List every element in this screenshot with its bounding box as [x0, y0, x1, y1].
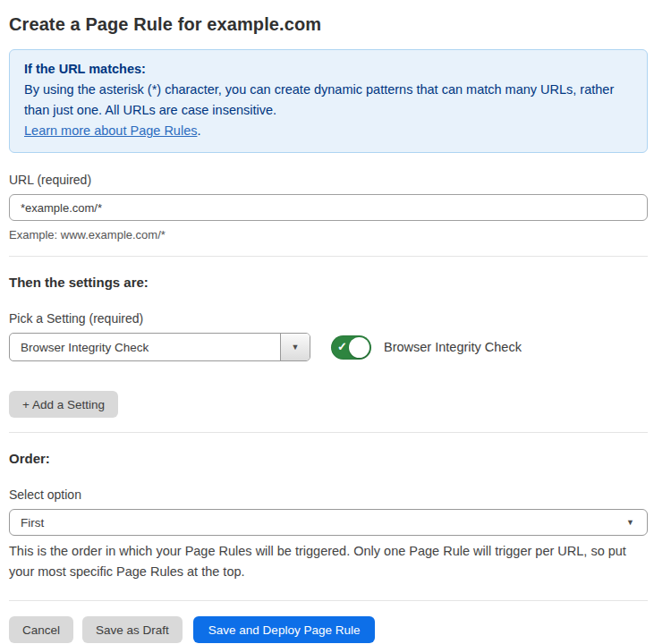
save-draft-button[interactable]: Save as Draft	[82, 616, 183, 643]
url-helper-text: Example: www.example.com/*	[9, 228, 648, 242]
setting-select-value: Browser Integrity Check	[10, 334, 280, 360]
info-box-body: By using the asterisk (*) character, you…	[24, 80, 633, 121]
page-title: Create a Page Rule for example.com	[9, 14, 648, 35]
order-select[interactable]: First ▼	[9, 509, 648, 536]
setting-toggle[interactable]: ✓	[331, 335, 371, 360]
order-helper-text: This is the order in which your Page Rul…	[9, 541, 648, 582]
setting-row: Browser Integrity Check ▼ ✓ Browser Inte…	[9, 333, 648, 361]
setting-select[interactable]: Browser Integrity Check ▼	[9, 333, 310, 361]
footer-actions: Cancel Save as Draft Save and Deploy Pag…	[9, 616, 648, 643]
url-input[interactable]	[9, 194, 648, 221]
divider	[9, 256, 648, 257]
create-page-rule-form: Create a Page Rule for example.com If th…	[0, 0, 664, 643]
pick-setting-label: Pick a Setting (required)	[9, 311, 648, 326]
add-setting-button[interactable]: + Add a Setting	[9, 391, 118, 418]
order-section-heading: Order:	[9, 451, 648, 466]
divider	[9, 432, 648, 433]
dropdown-arrow-icon: ▼	[626, 518, 634, 527]
learn-more-link[interactable]: Learn more about Page Rules	[24, 123, 197, 138]
order-select-value: First	[21, 516, 44, 530]
check-icon: ✓	[337, 341, 347, 352]
url-matches-info-box: If the URL matches: By using the asteris…	[9, 49, 648, 153]
cancel-button[interactable]: Cancel	[9, 616, 73, 643]
link-suffix: .	[197, 123, 200, 138]
dropdown-arrow-icon[interactable]: ▼	[280, 334, 310, 360]
save-deploy-button[interactable]: Save and Deploy Page Rule	[193, 616, 376, 643]
toggle-label: Browser Integrity Check	[384, 340, 522, 354]
url-label: URL (required)	[9, 173, 648, 187]
info-box-heading: If the URL matches:	[24, 59, 633, 80]
divider	[9, 600, 648, 601]
info-box-link-line: Learn more about Page Rules.	[24, 121, 633, 141]
settings-section-heading: Then the settings are:	[9, 275, 648, 290]
order-select-label: Select option	[9, 487, 648, 502]
toggle-knob	[349, 337, 369, 358]
